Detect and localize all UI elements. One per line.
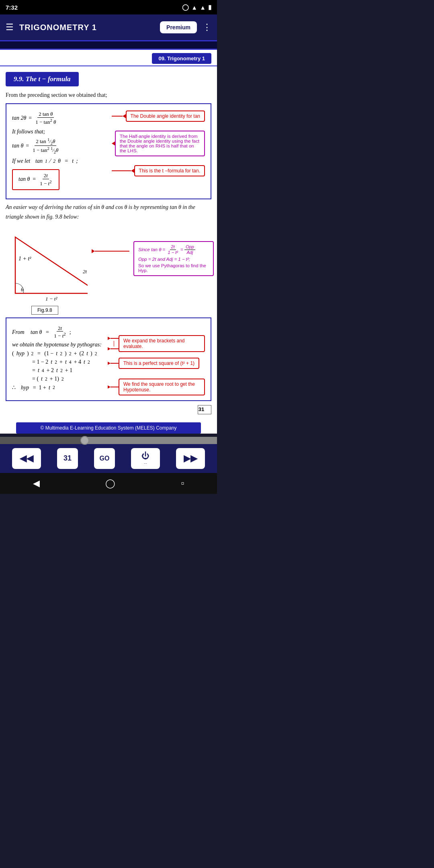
wifi-icon: ▲	[191, 4, 197, 11]
progress-bar[interactable]	[0, 437, 217, 444]
section-heading: 9.9. The t − formula	[0, 66, 217, 90]
back-nav-icon[interactable]: ◀	[33, 478, 40, 489]
fig-label: Fig.9.8	[31, 306, 58, 315]
figure-section: 1 + t² 2t 1 − t² θ Fig.9.8	[3, 225, 214, 313]
half-angle-box: The Half-angle identity is derived from …	[115, 131, 205, 156]
top-divider	[0, 40, 217, 50]
svg-text:1 + t²: 1 + t²	[18, 256, 31, 262]
main-math-box: tan 2θ = 2 tan θ 1 − tan2 θ It follows t…	[6, 103, 211, 199]
intro-text: From the preceding section we obtained t…	[0, 90, 217, 100]
chapter-tab-row: 09. Trigonometry 1	[0, 50, 217, 66]
premium-button[interactable]: Premium	[160, 21, 197, 33]
half-angle-annot-row: The Half-angle identity is derived from …	[112, 131, 205, 156]
from-tan-line: From tan θ = 2t 1 − t2 ;	[12, 325, 104, 340]
arrowhead-figure	[92, 249, 95, 253]
figure-annot-box: Since tan θ = 2t 1 − t² = Opp Adj Opp = …	[133, 241, 214, 276]
t-formula-annot-row: This is the t −formula for tan.	[112, 165, 205, 176]
section-name: The t − formula	[26, 75, 71, 83]
time-display: 7:32	[6, 4, 18, 11]
figure-annot-col	[92, 249, 129, 253]
android-nav-bar: ◀ ◯ ▫	[0, 473, 217, 494]
status-bar: 7:32 ◯ ▲ ▲ ▮	[0, 0, 217, 14]
tan-theta-line: tan θ = 2 tan 1⁄2θ 1 − tan2 1⁄2θ	[12, 137, 108, 155]
since-tan-box: Since tan θ = 2t 1 − t² = Opp Adj Opp = …	[133, 241, 214, 276]
t-formula-box: tan θ = 2t 1 − t2	[12, 169, 59, 190]
status-icons: ◯ ▲ ▲ ▮	[182, 4, 211, 11]
power-button[interactable]: ⏻ ···	[131, 448, 160, 469]
forward-button[interactable]: ▶▶	[176, 448, 205, 469]
derivation-math: From tan θ = 2t 1 − t2 ; we obtain the h…	[12, 323, 104, 393]
progress-thumb[interactable]	[80, 436, 89, 445]
home-nav-icon[interactable]: ◯	[105, 478, 115, 489]
app-title: TRIGONOMETRY 1	[19, 23, 154, 32]
page-input[interactable]: 31	[57, 448, 78, 469]
left-math: tan 2θ = 2 tan θ 1 − tan2 θ It follows t…	[12, 109, 108, 194]
chapter-tab[interactable]: 09. Trigonometry 1	[152, 53, 211, 64]
section-number: 9.9.	[14, 75, 24, 83]
simplify-line: = t4 + 2t2 + 1	[32, 367, 104, 374]
easier-text-2: triangle shown in fig. 9.8 below:	[0, 212, 217, 222]
signal-icon: ▲	[200, 4, 206, 11]
follows-that-text: It follows that;	[12, 129, 108, 135]
progress-fill	[0, 437, 82, 444]
arrowhead-1	[123, 114, 126, 118]
if-we-let-text: If we let tan1⁄2θ = t;	[12, 158, 108, 164]
hyp-result-line: ∴ hyp = 1 + t2	[12, 384, 104, 391]
expand-line: = 1 − 2t2 + t4 + 4t2	[32, 359, 104, 365]
recents-nav-icon[interactable]: ▫	[181, 478, 184, 489]
bottom-nav-bar: ◀◀ 31 GO ⏻ ··· ▶▶	[0, 444, 217, 473]
hyp-squared-line: (hyp)2 = (1 − t2)2 + (2t)2	[12, 350, 104, 357]
page-footer-row: 31	[0, 405, 217, 414]
more-options-icon[interactable]: ⋮	[203, 22, 211, 33]
app-bar: ☰ TRIGONOMETRY 1 Premium ⋮	[0, 14, 217, 40]
derivation-box: From tan θ = 2t 1 − t2 ; we obtain the h…	[6, 317, 211, 401]
svg-text:2t: 2t	[83, 268, 87, 274]
go-button[interactable]: GO	[94, 448, 115, 469]
svg-text:1 − t²: 1 − t²	[45, 296, 57, 302]
tan2theta-line: tan 2θ = 2 tan θ 1 − tan2 θ	[12, 111, 108, 125]
expand-brackets-box: We expand the brackets and evaluate.	[119, 335, 205, 352]
svg-marker-0	[15, 237, 88, 293]
battery-icon: ▮	[208, 4, 211, 11]
double-angle-box: The Double angle identity for tan	[126, 111, 205, 122]
right-annotations: The Double angle identity for tan The Ha…	[112, 109, 205, 176]
power-dots: ···	[144, 461, 147, 465]
square-root-box: We find the square root to get the Hypot…	[119, 379, 205, 395]
we-obtain-text: we obtain the hypotenuse by pythogras:	[12, 342, 104, 348]
footer-copyright: © Multimedia E-Learning Education System…	[16, 422, 201, 434]
factor-line: = (t2 + 1)2	[32, 376, 104, 382]
page-number: 31	[198, 405, 211, 414]
arrow-line-1	[112, 116, 123, 117]
math-annot-section: tan 2θ = 2 tan θ 1 − tan2 θ It follows t…	[12, 109, 205, 194]
section-title: 9.9. The t − formula	[6, 72, 79, 86]
hamburger-menu-icon[interactable]: ☰	[6, 22, 14, 33]
content-area: 09. Trigonometry 1 9.9. The t − formula …	[0, 50, 217, 434]
perfect-square-annot-row: This is a perfect square of (t² + 1)	[108, 358, 205, 369]
double-angle-annot-row: The Double angle identity for tan	[112, 111, 205, 122]
fig-label-container: Fig.9.8	[31, 307, 88, 313]
square-root-annot-row: We find the square root to get the Hypot…	[108, 379, 205, 395]
power-icon: ⏻	[141, 451, 149, 461]
triangle-svg: 1 + t² 2t 1 − t² θ	[3, 225, 88, 305]
derivation-annotations: We expand the brackets and evaluate. Thi…	[108, 323, 205, 395]
t-formula-line: tan θ = 2t 1 − t2	[12, 168, 108, 192]
notification-icon: ◯	[182, 4, 189, 11]
t-formula-annot-box: This is the t −formula for tan.	[134, 165, 205, 176]
easier-text-1: An easier way of deriving the ratios of …	[0, 203, 217, 212]
perfect-square-box: This is a perfect square of (t² + 1)	[119, 358, 199, 369]
back-button[interactable]: ◀◀	[12, 448, 41, 469]
expand-annot-row: We expand the brackets and evaluate.	[108, 335, 205, 352]
triangle-figure: 1 + t² 2t 1 − t² θ Fig.9.8	[3, 225, 88, 313]
